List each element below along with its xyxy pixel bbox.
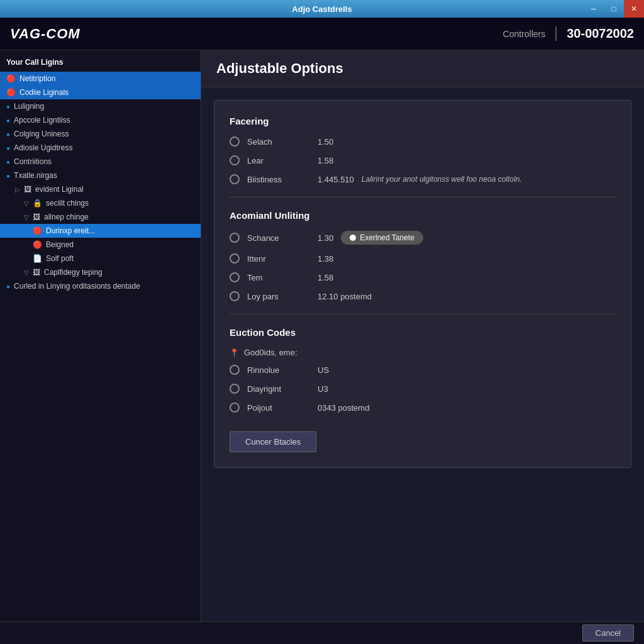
bottom-bar: Cancel (0, 621, 644, 644)
sidebar-item-apccole[interactable]: ● Apccole Ligntiiss (0, 113, 201, 127)
option-selach[interactable]: Selach 1.50 (230, 136, 616, 147)
sidebar-item-beigned[interactable]: 🔴 Beigned (0, 238, 201, 252)
maximize-button[interactable]: □ (604, 0, 624, 18)
section-euction-title: Euction Codes (230, 327, 616, 338)
codes-info-row: 📍 God0ids, eme: (230, 348, 616, 357)
section-divider-2 (230, 314, 616, 314)
option-schance-label: Schance (247, 233, 310, 243)
cancel-button[interactable]: Cancel (582, 625, 634, 641)
toggle-dot (350, 235, 356, 241)
header-controllers-label: Controllers (503, 29, 546, 39)
action-button[interactable]: Cuncer Btacles (230, 431, 316, 452)
sidebar-item-luligning[interactable]: ● Luligning (0, 99, 201, 113)
option-poijout-label: Poijout (247, 403, 310, 413)
app-header: VAG-COM Controllers 30-0072002 (0, 18, 644, 50)
radio-loy-pars[interactable] (230, 291, 240, 301)
radio-diayrigint[interactable] (230, 384, 240, 394)
radio-lear[interactable] (230, 155, 240, 165)
option-schance[interactable]: Schance 1.30 Exerlned Tanete (230, 231, 616, 245)
radio-selach[interactable] (230, 136, 240, 147)
section-acomianl-title: Acomianl Unliting (230, 210, 616, 221)
sidebar-item-allnep[interactable]: ▽ 🖼 allnep chinge (0, 210, 201, 224)
sidebar-item-codiie-liginals[interactable]: 🔴 Codiie Liginals (0, 86, 201, 99)
option-tem[interactable]: Tem 1.58 (230, 272, 616, 282)
option-ittenr-value: 1.38 (318, 254, 333, 264)
sidebar-label: allnep chinge (44, 213, 89, 221)
option-loy-pars-label: Loy pars (247, 292, 310, 301)
radio-poijout[interactable] (230, 402, 240, 413)
sidebar-label: Durinxp ereit... (46, 226, 95, 235)
app-logo: VAG-COM (10, 26, 80, 42)
close-button[interactable]: ✕ (624, 0, 644, 18)
option-poijout-value: 0343 postemd (318, 403, 369, 413)
header-id: 30-0072002 (555, 26, 634, 41)
sidebar-item-evident[interactable]: ▷ 🖼 evident Liginal (0, 182, 201, 196)
section-divider-1 (230, 197, 616, 197)
sidebar-item-solf[interactable]: 📄 Solf poft (0, 252, 201, 265)
option-loy-pars[interactable]: Loy pars 12.10 postemd (230, 291, 616, 301)
doc-icon: 📄 (33, 254, 42, 263)
option-biistiness[interactable]: Biistiness 1.445.510 Lalirint your anot … (230, 174, 616, 184)
sidebar-item-colging[interactable]: ● Colging Uniness (0, 127, 201, 141)
sidebar-item-netitription[interactable]: 🔴 Netitription (0, 72, 201, 86)
bullet-icon: ● (6, 117, 10, 124)
options-panel: Facering Selach 1.50 Lear 1.58 Biistines… (214, 100, 631, 468)
option-poijout[interactable]: Poijout 0343 postemd (230, 402, 616, 413)
radio-schance[interactable] (230, 233, 240, 243)
expand-icon: ▽ (24, 200, 29, 207)
fire-icon: 🔴 (6, 88, 16, 97)
radio-ittenr[interactable] (230, 253, 240, 264)
radio-biistiness[interactable] (230, 174, 240, 184)
sidebar-label: Apccole Ligntiiss (14, 116, 70, 125)
sidebar-item-seciilt[interactable]: ▽ 🔒 seciilt chings (0, 196, 201, 210)
sidebar-label: Colging Uniness (14, 130, 69, 138)
sidebar-label: Solf poft (46, 254, 74, 263)
toggle-exerlned[interactable]: Exerlned Tanete (341, 231, 423, 245)
radio-rinnolue[interactable] (230, 365, 240, 375)
title-bar-controls: ─ □ ✕ (584, 0, 644, 18)
folder-icon: 🖼 (24, 185, 31, 194)
sidebar-item-curled[interactable]: ● Curled in Linying orditasionts dentade (0, 279, 201, 293)
sidebar-label: Adiosle Ugidtress (14, 143, 72, 152)
expand-icon: ▷ (15, 186, 20, 193)
euction-codes-section: Euction Codes 📍 God0ids, eme: Rinnolue U… (230, 327, 616, 413)
option-rinnolue-label: Rinnolue (247, 365, 310, 375)
title-bar-text: Adjo Castdrells (292, 4, 352, 14)
option-rinnolue-value: US (318, 365, 329, 375)
option-biistiness-value: 1.445.510 (318, 175, 354, 184)
sidebar-label: Txatle.nirgas (14, 171, 57, 180)
sidebar-item-durinxp[interactable]: 🔴 Durinxp ereit... (0, 224, 201, 238)
sidebar-label: seciilt chings (46, 199, 89, 208)
option-diayrigint[interactable]: Diayrigint U3 (230, 384, 616, 394)
main-layout: Your Call Ligins 🔴 Netitription 🔴 Codiie… (0, 50, 644, 621)
option-biistiness-label: Biistiness (247, 175, 310, 184)
bullet-icon: ● (6, 283, 10, 290)
title-bar: Adjo Castdrells ─ □ ✕ (0, 0, 644, 18)
content-area: Adjustable Options Facering Selach 1.50 … (201, 50, 644, 621)
radio-tem[interactable] (230, 272, 240, 282)
bullet-icon: ● (6, 131, 10, 138)
content-header: Adjustable Options (201, 50, 644, 87)
option-lear-value: 1.58 (318, 156, 333, 165)
folder-icon: 🖼 (33, 213, 40, 221)
sidebar-item-contriitions[interactable]: ● Contriitions (0, 155, 201, 169)
minimize-button[interactable]: ─ (584, 0, 604, 18)
option-loy-pars-value: 12.10 postemd (318, 292, 372, 301)
toggle-label: Exerlned Tanete (360, 233, 414, 242)
option-rinnolue[interactable]: Rinnolue US (230, 365, 616, 375)
option-ittenr[interactable]: Ittenr 1.38 (230, 253, 616, 264)
option-schance-value: 1.30 (318, 233, 333, 243)
option-lear[interactable]: Lear 1.58 (230, 155, 616, 165)
header-right: Controllers 30-0072002 (503, 26, 634, 41)
option-biistiness-desc: Lalirint your anot ulgitonss well foo ne… (362, 175, 522, 184)
sidebar-item-txatle[interactable]: ● Txatle.nirgas (0, 169, 201, 182)
codes-pin-info: God0ids, eme: (244, 348, 297, 357)
sidebar-item-caplfidegy[interactable]: ▽ 🖼 Caplfidegy teping (0, 265, 201, 279)
sidebar-label: evident Liginal (35, 185, 84, 194)
expand-icon: ▽ (24, 269, 29, 276)
sidebar-label: Contriitions (14, 157, 52, 166)
sidebar-label: Curled in Linying orditasionts dentade (14, 282, 140, 291)
sidebar-item-adiosle[interactable]: ● Adiosle Ugidtress (0, 141, 201, 155)
bullet-icon: ● (6, 103, 10, 110)
expand-icon: ▽ (24, 214, 29, 221)
